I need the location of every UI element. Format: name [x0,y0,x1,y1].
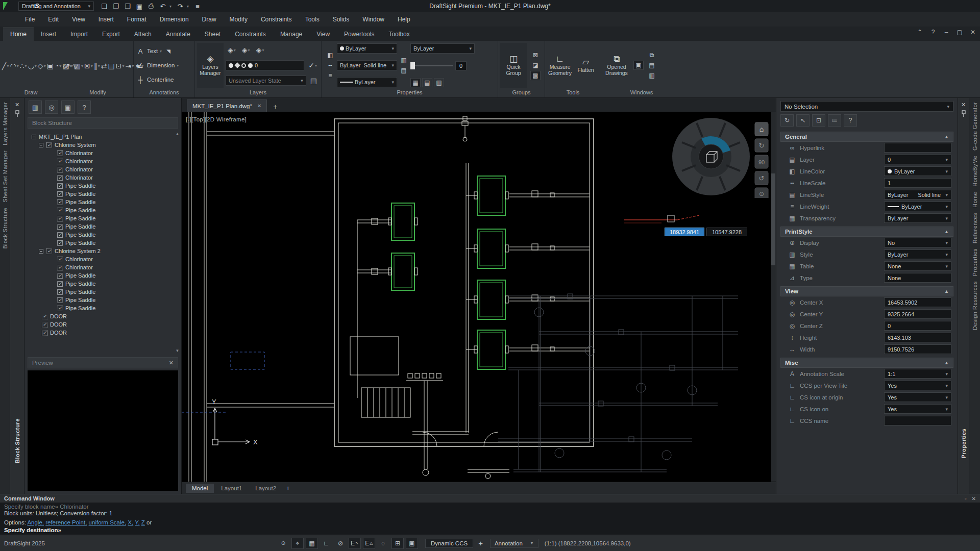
checkbox-checked-icon[interactable] [57,175,63,181]
panel-pin-icon[interactable] [959,109,968,118]
ccs-name-field[interactable] [884,416,951,425]
checkbox-checked-icon[interactable] [57,199,63,205]
tree-item[interactable]: Pipe Saddle [26,296,181,304]
circle-tool[interactable]: ◔▾ [55,43,61,89]
tree-item[interactable]: Pipe Saddle [26,271,181,280]
move-tool[interactable]: ↗▾ [64,43,73,89]
tab-layout2[interactable]: Layout2 [249,484,282,493]
checkbox-checked-icon[interactable] [46,248,52,254]
help-icon[interactable]: ? [929,29,937,36]
annotation-scale-dropdown[interactable]: Annotation▼ [490,539,538,548]
linecolor-dropdown[interactable]: ByLayer [337,43,397,54]
linescale-field[interactable]: 1 [884,178,951,188]
point-tool[interactable]: ∴▾ [20,43,27,89]
tab-references[interactable]: References [970,213,979,243]
tree-item[interactable]: Chlorinator [26,157,181,165]
checkbox-checked-icon[interactable] [57,216,63,221]
panel-close-icon[interactable]: ✕ [13,100,22,109]
opened-drawings-button[interactable]: ⧉ Opened Drawings [603,43,630,88]
ellipse-tool[interactable]: ◇▾ [38,43,46,89]
linestyle-field[interactable]: ByLayerSolid line [884,190,951,199]
transparency-field[interactable]: ByLayer [884,213,951,223]
checkbox-checked-icon[interactable] [57,224,63,230]
transparency-icon[interactable]: ▤ [399,66,409,75]
ribbon-tab-constraints[interactable]: Constraints [228,28,273,41]
drawing-canvas[interactable]: X Y [-][Top][2D Wireframe] 18932.9841 10… [182,112,776,482]
new-tab-icon[interactable]: + [270,102,280,112]
checkbox-checked-icon[interactable] [57,151,63,156]
rectangle-tool[interactable]: ▣ [47,43,54,89]
linestyle-icon[interactable]: ╍ [325,61,335,70]
active-panel-tab-block-structure[interactable]: Block Structure [13,418,22,463]
lineweight-dropdown[interactable]: ByLayer [337,77,397,87]
esnap-toggle[interactable]: E↖ [349,538,361,549]
measure-geometry-button[interactable]: ∟ Measure Geometry [547,43,573,88]
option-angle[interactable]: Angle, [27,519,44,525]
add-layout-icon[interactable]: + [283,485,292,492]
menu-window[interactable]: Window [357,14,390,24]
printstyle-dropdown[interactable]: ByLayer [410,43,475,54]
command-prompt[interactable]: Specify destination» [4,527,976,534]
layer-status-field[interactable]: 0 [226,60,304,70]
menu-file[interactable]: File [19,14,40,24]
hyperlink-field[interactable] [884,143,951,153]
menu-edit[interactable]: Edit [42,14,64,24]
layer-state-dropdown[interactable]: Unsaved Layer State [226,76,306,86]
command-close-icon[interactable]: ✕ [972,496,976,502]
save-icon[interactable]: ▣ [134,2,144,11]
tree-scrollbar[interactable]: ▲▼ [175,132,180,353]
viewport-label[interactable]: [-][Top][2D Wireframe] [186,116,247,122]
scale-tool[interactable]: ▤ [108,43,115,89]
linecolor-field[interactable]: ByLayer [884,166,951,176]
open-file-icon[interactable]: ❐ [111,2,121,11]
ccs-view-tile-field[interactable]: Yes [884,381,951,390]
cascade-windows-icon[interactable]: ⧉ [647,51,657,60]
display-field[interactable]: No [884,238,951,247]
tile-horizontal-icon[interactable]: ▤ [647,61,657,70]
checkbox-checked-icon[interactable] [57,265,63,270]
dynamic-input-y[interactable]: 10547.9228 [706,228,747,236]
undo-icon[interactable]: ↶ [158,2,168,11]
tree-item[interactable]: Pipe Saddle [26,280,181,288]
transparency-slider[interactable]: 0 [410,61,475,70]
quick-group-button[interactable]: ◫ Quick Group [500,43,527,88]
tree-item[interactable]: Pipe Saddle [26,304,181,312]
tree-item[interactable]: Pipe Saddle [26,214,181,222]
select-add-icon[interactable]: ↖ [796,114,810,127]
height-field[interactable]: 6143.103 [884,333,951,342]
selection-dropdown[interactable]: No Selection [780,101,953,112]
tab-home[interactable]: Home [970,192,979,208]
lineweight-icon[interactable]: ≡ [325,71,335,80]
block-insert-icon[interactable]: ▣ [61,101,75,114]
tree-item[interactable]: Pipe Saddle [26,182,181,190]
wheel-roll-icon[interactable]: ↺ [759,174,765,182]
menu-draw[interactable]: Draw [197,14,222,24]
section-general[interactable]: General [780,132,953,142]
panel-close-icon[interactable]: ✕ [959,100,968,109]
checkbox-checked-icon[interactable] [42,330,47,336]
active-panel-tab-properties[interactable]: Properties [959,429,968,458]
checkbox-checked-icon[interactable] [57,167,63,172]
cs-origin-field[interactable]: Yes [884,392,951,402]
centerline-tool[interactable]: ┼Centerline [136,72,192,87]
fill-color-icon[interactable]: ◧ [325,51,335,60]
ribbon-tab-import[interactable]: Import [63,28,95,41]
checkbox-checked-icon[interactable] [42,322,47,328]
expander-icon[interactable] [32,135,36,139]
tree-item[interactable]: Chlorinator [26,255,181,263]
tab-properties[interactable]: Properties [970,248,979,276]
properties-help-icon[interactable]: ? [844,114,857,127]
dimension-tool[interactable]: ∡Dimension▾ [136,58,192,72]
redo-dropdown-icon[interactable]: ▾ [187,4,191,9]
tree-item[interactable]: Chlorinator [26,173,181,182]
checkbox-checked-icon[interactable] [46,142,52,148]
properties-list-icon[interactable]: ▤ [422,78,432,87]
layer-tool-2[interactable]: ◈▾ [240,46,252,54]
ribbon-collapse-icon[interactable]: ⌃ [916,29,924,36]
tree-item[interactable]: Chlorinator [26,263,181,271]
trim-tool[interactable]: ⇥▾ [125,43,134,89]
cs-icon-on-field[interactable]: Yes [884,404,951,414]
document-tab[interactable]: MKT_IE_P1 Plan.dwg* ✕ [187,99,267,112]
pointer-snap-toggle[interactable]: ⌖ [291,538,304,549]
tree-item[interactable]: Pipe Saddle [26,198,181,206]
